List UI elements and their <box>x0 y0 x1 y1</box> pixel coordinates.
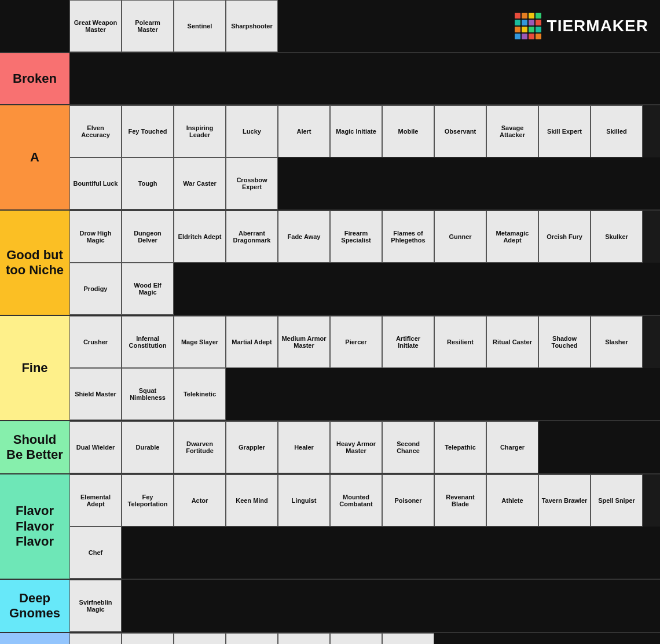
feat-cell[interactable]: Sharpshooter <box>226 0 278 52</box>
tier-label-broken: Broken <box>0 53 69 104</box>
feat-cell[interactable]: Fey Touched <box>122 105 174 157</box>
feat-cell[interactable]: Chef <box>69 527 122 579</box>
feat-cell[interactable]: Dwarven Fortitude <box>174 421 226 473</box>
feat-cell[interactable]: Mounted Combatant <box>330 474 382 527</box>
feat-cell[interactable]: Mobile <box>382 105 434 157</box>
feat-cell[interactable]: Skill Expert <box>538 105 591 157</box>
feat-cell[interactable]: Linguist <box>278 474 330 527</box>
feat-cell[interactable]: Artificer Initiate <box>382 316 434 368</box>
feat-cell[interactable]: Heavily Armored <box>226 633 278 644</box>
tier-row-a: A Elven Accuracy Fey Touched Inspiring L… <box>0 105 660 211</box>
feat-cell[interactable]: Weapon Master <box>382 633 434 644</box>
feat-cell[interactable]: Mage Slayer <box>174 316 226 368</box>
feat-cell[interactable]: Flames of Phlegethos <box>382 211 434 263</box>
feat-cell[interactable]: Elemental Adept <box>69 474 122 527</box>
feat-cell[interactable]: Firearm Specialist <box>330 211 382 263</box>
feat-cell[interactable]: Shield Master <box>69 368 122 420</box>
feats-row: Crusher Infernal Constitution Mage Slaye… <box>69 316 660 368</box>
feat-cell[interactable]: Great Weapon Master <box>69 0 122 52</box>
feat-cell[interactable]: Bountiful Luck <box>69 157 122 209</box>
feat-cell[interactable]: Alert <box>278 105 330 157</box>
feat-cell[interactable]: Tavern Brawler <box>538 474 591 527</box>
feat-cell[interactable]: Gunner <box>434 211 486 263</box>
feat-cell[interactable]: Squat Nimbleness <box>122 368 174 420</box>
feat-cell[interactable]: Martial Adept <box>226 316 278 368</box>
logo-text: TiERMAKER <box>547 17 648 35</box>
feats-row: Prodigy Wood Elf Magic <box>69 263 660 315</box>
feat-cell[interactable]: Lightly Armored <box>278 633 330 644</box>
feat-cell[interactable]: Poisoner <box>382 474 434 527</box>
tier-list: Great Weapon Master Polearm Master Senti… <box>0 0 660 644</box>
feat-cell[interactable]: Prodigy <box>69 263 122 315</box>
feats-row: Elven Accuracy Fey Touched Inspiring Lea… <box>69 105 660 157</box>
feat-cell[interactable]: Dragon Fear <box>122 633 174 644</box>
feat-cell[interactable]: Medium Armor Master <box>278 316 330 368</box>
feat-cell[interactable]: Aberrant Dragonmark <box>226 211 278 263</box>
feats-row: Chef <box>69 527 660 579</box>
tier-label-flavor: Flavor Flavor Flavor <box>0 474 69 579</box>
feat-cell[interactable]: Revenant Blade <box>434 474 486 527</box>
feat-cell[interactable]: Crossbow Expert <box>226 157 278 209</box>
feat-cell[interactable]: Crusher <box>69 316 122 368</box>
feat-cell[interactable]: Lucky <box>226 105 278 157</box>
feat-cell[interactable]: Heavy Armor Master <box>330 421 382 473</box>
feat-cell[interactable]: Piercer <box>330 316 382 368</box>
feats-row: Svirfneblin Magic <box>69 580 660 632</box>
feats-row: Bountiful Luck Tough War Caster Crossbow… <box>69 157 660 209</box>
feat-cell[interactable]: Drow High Magic <box>69 211 122 263</box>
feat-cell[interactable]: Skulker <box>591 211 643 263</box>
feat-cell[interactable]: Grappler <box>226 421 278 473</box>
tier-row-deep: Deep Gnomes Svirfneblin Magic <box>0 580 660 633</box>
tier-row-should: Should Be Better Dual Wielder Durable Dw… <box>0 421 660 474</box>
feats-row: Defensive Duelist Dragon Fear Dragon Hid… <box>69 633 660 644</box>
feat-cell[interactable]: Defensive Duelist <box>69 633 122 644</box>
feat-cell[interactable]: Healer <box>278 421 330 473</box>
feat-cell[interactable]: Dragon Hide <box>174 633 226 644</box>
feat-cell[interactable]: Infernal Constitution <box>122 316 174 368</box>
feat-cell[interactable]: Second Chance <box>382 421 434 473</box>
tier-row-broken: Broken <box>0 53 660 105</box>
tier-row-why: Why Defensive Duelist Dragon Fear Dragon… <box>0 633 660 644</box>
feat-cell[interactable]: Actor <box>174 474 226 527</box>
feat-cell[interactable]: Magic Initiate <box>330 105 382 157</box>
tier-row-good: Good but too Niche Drow High Magic Dunge… <box>0 211 660 316</box>
tier-label-why: Why <box>0 633 69 644</box>
feat-cell[interactable]: Savage Attacker <box>486 105 538 157</box>
feat-cell[interactable]: Durable <box>122 421 174 473</box>
feat-cell[interactable]: Tough <box>122 157 174 209</box>
feat-cell[interactable]: Polearm Master <box>122 0 174 52</box>
feat-cell[interactable]: Skilled <box>591 105 643 157</box>
feat-cell[interactable]: Charger <box>486 421 538 473</box>
feat-cell[interactable]: Sentinel <box>174 0 226 52</box>
tier-label-should: Should Be Better <box>0 421 69 473</box>
feat-cell[interactable]: Shadow Touched <box>538 316 591 368</box>
feats-row: Dual Wielder Durable Dwarven Fortitude G… <box>69 421 660 473</box>
feat-cell[interactable]: Athlete <box>486 474 538 527</box>
feat-cell[interactable]: Telepathic <box>434 421 486 473</box>
feat-cell[interactable]: Telekinetic <box>174 368 226 420</box>
feat-cell[interactable]: Ritual Caster <box>486 316 538 368</box>
feat-cell[interactable]: Slasher <box>591 316 643 368</box>
feats-row: Drow High Magic Dungeon Delver Eldritch … <box>69 211 660 263</box>
feat-cell[interactable]: Moderately Armored <box>330 633 382 644</box>
feat-cell[interactable]: Dual Wielder <box>69 421 122 473</box>
feat-cell[interactable]: Inspiring Leader <box>174 105 226 157</box>
feat-cell[interactable]: Dungeon Delver <box>122 211 174 263</box>
feat-cell[interactable]: Svirfneblin Magic <box>69 580 122 632</box>
feat-cell[interactable]: Resilient <box>434 316 486 368</box>
feat-cell[interactable]: Wood Elf Magic <box>122 263 174 315</box>
logo-area: TiERMAKER <box>359 13 660 39</box>
feat-cell[interactable]: Spell Sniper <box>591 474 643 527</box>
feat-cell[interactable]: Observant <box>434 105 486 157</box>
feat-cell[interactable]: Fey Teleportation <box>122 474 174 527</box>
feats-row: Elemental Adept Fey Teleportation Actor … <box>69 474 660 527</box>
logo-grid <box>515 13 541 39</box>
feat-cell[interactable]: Eldritch Adept <box>174 211 226 263</box>
tier-label-good: Good but too Niche <box>0 211 69 315</box>
feat-cell[interactable]: Orcish Fury <box>538 211 591 263</box>
feat-cell[interactable]: Elven Accuracy <box>69 105 122 157</box>
feat-cell[interactable]: Metamagic Adept <box>486 211 538 263</box>
feat-cell[interactable]: Fade Away <box>278 211 330 263</box>
feat-cell[interactable]: Keen Mind <box>226 474 278 527</box>
feat-cell[interactable]: War Caster <box>174 157 226 209</box>
